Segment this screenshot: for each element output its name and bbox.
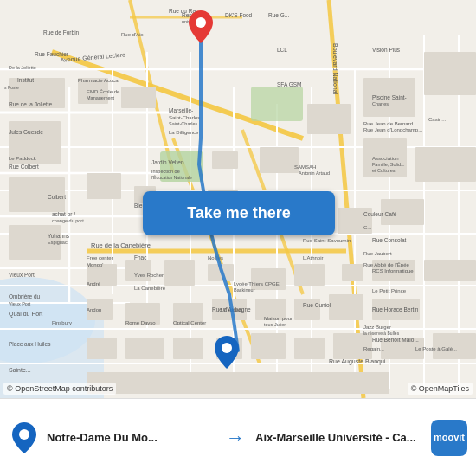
svg-text:Inspection de: Inspection de bbox=[151, 169, 180, 174]
svg-text:Rue Benoît Malo...: Rue Benoît Malo... bbox=[372, 337, 419, 343]
svg-point-172 bbox=[19, 429, 29, 440]
svg-text:Piscine Saint-: Piscine Saint- bbox=[372, 94, 407, 100]
svg-text:André: André bbox=[87, 281, 101, 286]
svg-text:Rue Fauchier: Rue Fauchier bbox=[35, 51, 69, 57]
svg-text:Boulevard National: Boulevard National bbox=[332, 43, 338, 95]
svg-rect-34 bbox=[251, 87, 303, 121]
svg-text:Couleur Café: Couleur Café bbox=[363, 211, 397, 217]
svg-text:L'Athnoir: L'Athnoir bbox=[303, 255, 324, 261]
svg-text:Rue Auguste Blanqui: Rue Auguste Blanqui bbox=[329, 358, 386, 365]
svg-rect-71 bbox=[87, 338, 117, 359]
svg-text:Backineur: Backineur bbox=[234, 287, 255, 293]
svg-text:Free center: Free center bbox=[87, 255, 113, 261]
svg-text:Le Paddock: Le Paddock bbox=[9, 156, 37, 161]
svg-point-170 bbox=[196, 17, 206, 28]
svg-rect-45 bbox=[424, 52, 476, 95]
svg-text:Vieux Port: Vieux Port bbox=[9, 301, 31, 306]
svg-text:EMD École de: EMD École de bbox=[87, 89, 120, 94]
svg-rect-75 bbox=[251, 333, 286, 359]
svg-point-171 bbox=[222, 343, 232, 353]
bottom-bar: Notre-Dame Du Mo... → Aix-Marseille Univ… bbox=[0, 398, 476, 476]
attribution-left: © OpenStreetMap contributors bbox=[3, 383, 116, 395]
svg-text:Rue Cuniol: Rue Cuniol bbox=[303, 302, 331, 308]
svg-text:Regain...: Regain... bbox=[363, 346, 384, 351]
svg-text:Rue Horace Bertin: Rue Horace Bertin bbox=[372, 306, 419, 312]
svg-text:Maison pour: Maison pour bbox=[264, 316, 293, 321]
svg-text:SAMSAH: SAMSAH bbox=[294, 164, 316, 170]
svg-rect-58 bbox=[251, 268, 286, 290]
svg-text:Rue Jean d'Longchamp...: Rue Jean d'Longchamp... bbox=[363, 127, 423, 132]
svg-rect-80 bbox=[87, 372, 389, 394]
svg-text:Espiguac: Espiguac bbox=[48, 240, 68, 245]
svg-rect-69 bbox=[329, 294, 363, 320]
svg-text:Rue de la Joliette: Rue de la Joliette bbox=[9, 101, 53, 107]
svg-text:Jules Guesde: Jules Guesde bbox=[9, 129, 43, 135]
svg-text:Rue de Forbin: Rue de Forbin bbox=[43, 29, 80, 35]
svg-text:Rue Colbert: Rue Colbert bbox=[9, 164, 39, 170]
svg-text:Rue Consolat: Rue Consolat bbox=[372, 237, 407, 243]
svg-text:Rue G...: Rue G... bbox=[268, 12, 289, 18]
svg-text:Management: Management bbox=[87, 95, 115, 100]
svg-rect-42 bbox=[260, 147, 299, 173]
svg-text:Rue d'Aix: Rue d'Aix bbox=[121, 32, 144, 37]
svg-text:Monop': Monop' bbox=[87, 262, 104, 267]
svg-text:Pharmacie Acoca: Pharmacie Acoca bbox=[78, 78, 119, 83]
origin-name: Notre-Dame Du Mo... bbox=[47, 431, 215, 444]
svg-rect-55 bbox=[125, 260, 151, 281]
svg-text:La Canebière: La Canebière bbox=[134, 286, 166, 291]
svg-rect-56 bbox=[164, 260, 195, 286]
svg-text:C...: C... bbox=[363, 225, 372, 230]
direction-arrow-icon: → bbox=[222, 427, 248, 449]
moovit-logo-text: moovit bbox=[434, 432, 465, 442]
destination-location: Aix-Marseille Université - Ca... bbox=[255, 431, 424, 444]
svg-text:Antonin Artaud: Antonin Artaud bbox=[299, 170, 330, 176]
svg-text:Institut: Institut bbox=[17, 77, 34, 83]
svg-text:De la Joliette: De la Joliette bbox=[9, 65, 36, 70]
svg-text:la réserve à Bulles: la réserve à Bulles bbox=[363, 331, 400, 336]
svg-text:tous Julien: tous Julien bbox=[264, 322, 286, 327]
svg-text:Association: Association bbox=[372, 156, 399, 161]
svg-text:Casin...: Casin... bbox=[428, 117, 447, 122]
svg-text:Lycée Thiers CPGE: Lycée Thiers CPGE bbox=[234, 281, 280, 286]
svg-text:Quai du Port: Quai du Port bbox=[9, 311, 42, 318]
svg-text:Famille, Solid...: Famille, Solid... bbox=[372, 162, 405, 167]
svg-text:Rue de la Canebière: Rue de la Canebière bbox=[91, 241, 151, 249]
svg-text:Sainte...: Sainte... bbox=[9, 367, 31, 373]
svg-text:Le Poste à Galè...: Le Poste à Galè... bbox=[415, 346, 457, 351]
destination-name: Aix-Marseille Université - Ca... bbox=[255, 431, 424, 444]
svg-text:Rue Saint-Savournin: Rue Saint-Savournin bbox=[303, 238, 351, 243]
origin-icon-wrap bbox=[9, 422, 40, 453]
svg-rect-40 bbox=[121, 87, 156, 108]
svg-rect-59 bbox=[294, 264, 325, 286]
svg-text:Saint-Charles: Saint-Charles bbox=[169, 115, 200, 120]
svg-text:Vision Plus: Vision Plus bbox=[372, 47, 401, 53]
svg-text:achat or /: achat or / bbox=[52, 211, 75, 217]
svg-text:Colbert: Colbert bbox=[48, 194, 66, 200]
take-me-there-button[interactable]: Take me there bbox=[143, 191, 335, 235]
svg-rect-76 bbox=[294, 338, 325, 359]
svg-text:Marseille-: Marseille- bbox=[169, 107, 193, 113]
svg-rect-60 bbox=[342, 264, 363, 281]
svg-text:Optical Center: Optical Center bbox=[173, 320, 206, 325]
attribution-right: © OpenMapTiles bbox=[408, 383, 473, 395]
svg-text:Jazz Burger: Jazz Burger bbox=[363, 325, 391, 330]
svg-text:SFA GSM: SFA GSM bbox=[277, 81, 302, 87]
svg-text:Place aux Huiles: Place aux Huiles bbox=[9, 341, 51, 347]
svg-text:Charles: Charles bbox=[372, 101, 389, 106]
svg-rect-72 bbox=[125, 338, 164, 359]
svg-rect-47 bbox=[415, 147, 476, 182]
svg-text:Rue Jean de Bernard...: Rue Jean de Bernard... bbox=[363, 121, 417, 126]
map-container: Avenue Général Leclerc Boulevard Nationa… bbox=[0, 0, 476, 398]
origin-pin-icon bbox=[12, 422, 36, 453]
svg-text:change du port: change du port bbox=[52, 218, 84, 223]
svg-text:Yves Rocher: Yves Rocher bbox=[134, 273, 164, 278]
svg-rect-48 bbox=[87, 173, 121, 199]
svg-text:Yohanns: Yohanns bbox=[48, 233, 70, 239]
svg-text:Saint-Charles: Saint-Charles bbox=[169, 121, 198, 126]
svg-text:Fnac: Fnac bbox=[134, 254, 147, 261]
svg-text:s Poste: s Poste bbox=[4, 85, 19, 90]
svg-text:RCS Informatique: RCS Informatique bbox=[372, 268, 414, 273]
svg-text:Jardin Velten: Jardin Velten bbox=[151, 159, 184, 165]
svg-text:Rue Jaubert: Rue Jaubert bbox=[363, 251, 392, 256]
svg-text:l'Éducation Nationale: l'Éducation Nationale bbox=[151, 175, 192, 180]
